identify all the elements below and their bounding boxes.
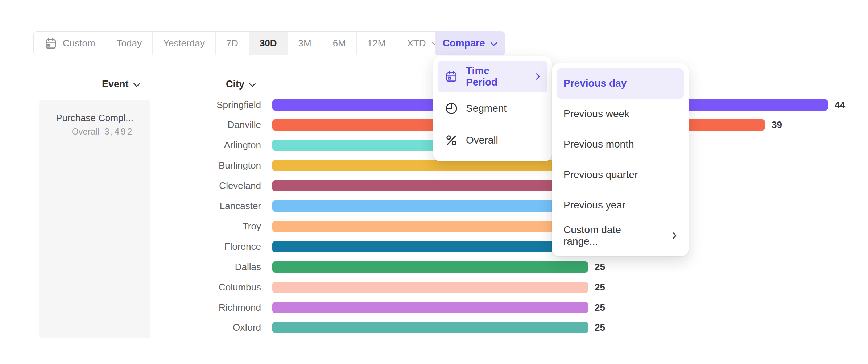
bar-row-richmond: Richmond25	[0, 302, 868, 313]
date-range-button-3m[interactable]: 3M	[288, 32, 322, 55]
event-column-header-label: Event	[102, 79, 129, 90]
event-column-header[interactable]: Event	[102, 79, 140, 90]
chevron-right-icon	[672, 232, 677, 240]
submenu-item-previous-quarter[interactable]: Previous quarter	[557, 160, 684, 190]
chevron-down-icon	[490, 38, 497, 49]
bar-value-label: 25	[595, 261, 605, 273]
compare-dropdown-menu: Time PeriodSegmentOverall	[433, 56, 552, 161]
bar-row-label: Burlington	[0, 160, 261, 171]
segment-pie-icon	[445, 102, 458, 115]
compare-menu-item-segment[interactable]: Segment	[438, 92, 547, 124]
date-range-button-label: 12M	[367, 38, 386, 49]
menu-item-label: Time Period	[466, 65, 520, 88]
date-range-button-label: 3M	[298, 38, 311, 49]
calendar-icon	[44, 37, 57, 50]
bar-value-label: 39	[772, 119, 782, 131]
bar-row-columbus: Columbus25	[0, 282, 868, 293]
bar-richmond[interactable]	[272, 302, 588, 313]
bar-value-label: 44	[835, 99, 845, 111]
menu-item-label: Overall	[466, 135, 498, 146]
bar-columbus[interactable]	[272, 282, 588, 293]
bar-row-label: Cleveland	[0, 180, 261, 191]
time-period-submenu: Previous dayPrevious weekPrevious monthP…	[552, 63, 689, 256]
bar-value-label: 25	[595, 282, 605, 293]
bar-row-label: Troy	[0, 221, 261, 232]
submenu-item-previous-year[interactable]: Previous year	[557, 190, 684, 220]
date-range-button-label: Yesterday	[163, 38, 205, 49]
bar-value-label: 25	[595, 322, 605, 333]
bar-row-florence: Florence	[0, 241, 868, 252]
menu-item-label: Previous day	[563, 78, 627, 89]
chevron-right-icon	[536, 73, 540, 80]
bar-row-burlington: Burlington	[0, 160, 868, 171]
compare-button[interactable]: Compare	[435, 31, 505, 55]
menu-item-label: Previous quarter	[563, 169, 638, 181]
date-range-button-label: Custom	[63, 38, 95, 49]
bar-row-label: Florence	[0, 241, 261, 252]
date-range-button-custom[interactable]: Custom	[34, 32, 106, 55]
compare-button-label: Compare	[442, 38, 485, 49]
bar-row-label: Oxford	[0, 322, 261, 333]
menu-item-label: Previous year	[563, 199, 625, 211]
menu-item-label: Previous month	[563, 138, 634, 150]
bar-row-troy: Troy	[0, 221, 868, 232]
date-range-button-label: 30D	[260, 38, 277, 49]
date-range-button-yesterday[interactable]: Yesterday	[153, 32, 216, 55]
date-range-button-today[interactable]: Today	[106, 32, 153, 55]
submenu-item-custom-date-range[interactable]: Custom date range...	[557, 220, 684, 251]
bar-row-oxford: Oxford25	[0, 322, 868, 333]
date-range-button-12m[interactable]: 12M	[357, 32, 397, 55]
date-range-button-6m[interactable]: 6M	[322, 32, 357, 55]
chevron-down-icon	[133, 79, 140, 90]
bar-row-label: Columbus	[0, 282, 261, 293]
bar-row-label: Arlington	[0, 140, 261, 151]
date-range-button-label: 6M	[333, 38, 346, 49]
menu-item-label: Custom date range...	[563, 224, 656, 247]
bar-row-label: Danville	[0, 119, 261, 131]
menu-item-label: Segment	[466, 103, 507, 114]
bar-row-label: Springfield	[0, 99, 261, 111]
submenu-item-previous-day[interactable]: Previous day	[557, 68, 684, 99]
date-range-button-label: XTD	[407, 38, 426, 49]
date-range-button-label: Today	[117, 38, 142, 49]
date-range-button-30d[interactable]: 30D	[249, 32, 288, 55]
bar-row-lancaster: Lancaster	[0, 200, 868, 212]
submenu-item-previous-month[interactable]: Previous month	[557, 129, 684, 160]
compare-menu-item-overall[interactable]: Overall	[438, 124, 547, 156]
bar-row-cleveland: Cleveland	[0, 180, 868, 191]
bar-dallas[interactable]	[272, 261, 588, 273]
bar-row-label: Dallas	[0, 261, 261, 273]
date-range-button-7d[interactable]: 7D	[216, 32, 249, 55]
calendar-icon	[445, 70, 458, 83]
bar-value-label: 25	[595, 302, 605, 313]
bar-row-label: Lancaster	[0, 200, 261, 212]
bar-row-label: Richmond	[0, 302, 261, 313]
date-range-button-label: 7D	[226, 38, 238, 49]
bar-oxford[interactable]	[272, 322, 588, 333]
submenu-item-previous-week[interactable]: Previous week	[557, 99, 684, 129]
compare-menu-item-time-period[interactable]: Time Period	[438, 61, 547, 92]
chevron-down-icon	[249, 79, 256, 90]
menu-item-label: Previous week	[563, 108, 629, 120]
city-column-header[interactable]: City	[226, 79, 256, 90]
city-column-header-label: City	[226, 79, 244, 90]
analytics-report-page: CustomTodayYesterday7D30D3M6M12MXTD Comp…	[0, 0, 868, 364]
bar-row-dallas: Dallas25	[0, 261, 868, 273]
date-range-toolbar: CustomTodayYesterday7D30D3M6M12MXTD	[33, 31, 449, 55]
percent-icon	[445, 134, 458, 147]
